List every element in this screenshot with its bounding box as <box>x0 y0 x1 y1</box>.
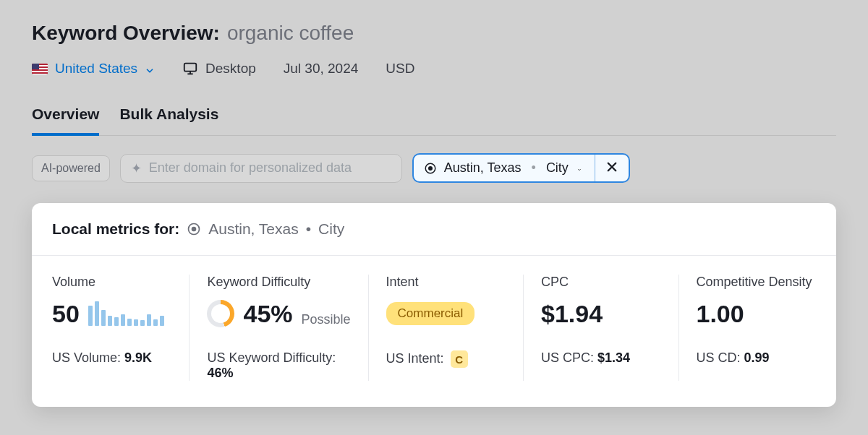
location-pin-icon <box>187 222 201 236</box>
card-header-label: Local metrics for: <box>52 220 179 238</box>
metric-title: Volume <box>52 275 171 290</box>
location-selector[interactable]: Austin, Texas • City <box>414 155 595 181</box>
search-row: AI-powered ✦ Austin, Texas • City <box>32 153 836 183</box>
svg-rect-0 <box>184 64 197 72</box>
title-keyword: organic coffee <box>227 22 354 45</box>
metric-intent: Intent Commercial US Intent: C <box>368 275 523 381</box>
metric-cpc: CPC $1.94 US CPC: $1.34 <box>523 275 678 381</box>
sparkle-icon: ✦ <box>131 160 142 176</box>
location-type: City <box>546 160 569 176</box>
chevron-down-icon <box>145 64 155 74</box>
metric-title: CPC <box>541 275 660 290</box>
kd-qualifier: Possible <box>302 312 351 327</box>
us-cd-label: US CD: <box>697 350 741 365</box>
device-selector[interactable]: Desktop <box>182 61 256 77</box>
us-intent-badge: C <box>451 350 468 368</box>
metric-competitive-density: Competitive Density 1.00 US CD: 0.99 <box>678 275 816 381</box>
cd-value: 1.00 <box>697 301 744 326</box>
us-cpc-value: $1.34 <box>597 350 630 365</box>
us-cpc-label: US CPC: <box>541 350 594 365</box>
metric-footer: US Intent: C <box>386 350 506 368</box>
location-filter-pill: Austin, Texas • City <box>412 153 630 183</box>
svg-point-8 <box>192 228 196 231</box>
metric-title: Competitive Density <box>697 275 816 290</box>
local-metrics-card: Local metrics for: Austin, Texas • City … <box>32 203 836 407</box>
dot-separator: • <box>529 160 539 176</box>
kd-value: 45% <box>243 301 292 326</box>
us-kd-label: US Keyword Difficulty: <box>207 350 336 365</box>
location-pin-icon <box>424 162 437 175</box>
ai-powered-badge: AI-powered <box>32 155 110 181</box>
us-intent-label: US Intent: <box>386 351 444 366</box>
card-location-name: Austin, Texas <box>208 220 299 238</box>
metrics-row: Volume 50 US Volume: 9.9K Keyword Diffic… <box>32 256 836 407</box>
card-header: Local metrics for: Austin, Texas • City <box>32 203 836 256</box>
tab-overview[interactable]: Overview <box>32 105 99 136</box>
us-flag-icon <box>32 64 48 74</box>
filters-bar: United States Desktop Jul 30, 2024 USD <box>32 61 836 77</box>
us-volume-value: 9.9K <box>124 350 152 365</box>
domain-input[interactable] <box>149 160 391 176</box>
dot-separator: • <box>306 220 311 238</box>
clear-location-button[interactable] <box>595 155 629 181</box>
chevron-down-icon <box>576 163 586 173</box>
us-kd-value: 46% <box>207 366 233 380</box>
metric-footer: US CD: 0.99 <box>697 350 816 366</box>
us-cd-value: 0.99 <box>744 350 770 365</box>
domain-input-wrapper[interactable]: ✦ <box>120 154 402 183</box>
intent-badge: Commercial <box>386 302 475 325</box>
card-location-type: City <box>318 220 344 238</box>
currency-filter[interactable]: USD <box>386 61 414 77</box>
us-volume-label: US Volume: <box>52 350 121 365</box>
title-prefix: Keyword Overview: <box>32 22 220 45</box>
desktop-icon <box>182 61 198 77</box>
kd-donut-icon <box>207 300 234 327</box>
metric-title: Intent <box>386 275 506 290</box>
metric-footer: US CPC: $1.34 <box>541 350 660 366</box>
date-filter[interactable]: Jul 30, 2024 <box>284 61 359 77</box>
cpc-value: $1.94 <box>541 301 603 326</box>
metric-footer: US Volume: 9.9K <box>52 350 171 366</box>
page-title: Keyword Overview: organic coffee <box>32 22 836 45</box>
svg-point-4 <box>429 166 433 170</box>
metric-keyword-difficulty: Keyword Difficulty 45% Possible US Keywo… <box>189 275 367 381</box>
location-name: Austin, Texas <box>444 160 522 176</box>
metric-footer: US Keyword Difficulty: 46% <box>207 350 350 381</box>
tabs-bar: Overview Bulk Analysis <box>32 105 836 136</box>
volume-value: 50 <box>52 301 80 326</box>
metric-volume: Volume 50 US Volume: 9.9K <box>52 275 189 381</box>
country-label: United States <box>55 61 137 77</box>
tab-bulk-analysis[interactable]: Bulk Analysis <box>119 105 218 135</box>
volume-trend-sparkline <box>88 301 164 326</box>
device-label: Desktop <box>205 61 256 77</box>
metric-title: Keyword Difficulty <box>207 275 350 290</box>
country-selector[interactable]: United States <box>32 61 155 77</box>
